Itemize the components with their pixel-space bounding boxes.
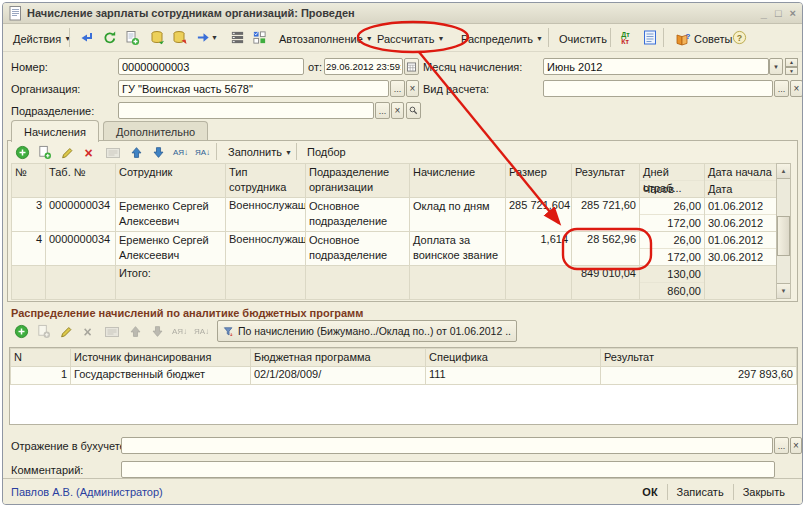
cell-n[interactable]: 1	[11, 367, 71, 385]
cell-result[interactable]: 285 721,60	[572, 198, 640, 232]
accruals-scrollbar[interactable]: ▲ ▼	[776, 163, 791, 299]
distribute-button[interactable]: Распределить ▼	[455, 27, 549, 50]
department-select-button[interactable]: ...	[375, 102, 390, 119]
add-row-button[interactable]	[12, 142, 33, 163]
sort-ascending-button[interactable]: АЯ↓	[170, 142, 191, 163]
sort-ascending-button[interactable]: АЯ↓	[169, 321, 190, 342]
help-button[interactable]: ?	[729, 27, 750, 48]
calc-kind-field[interactable]	[543, 80, 773, 97]
cell-size[interactable]: 285 721,604	[506, 198, 572, 232]
copy-row-button[interactable]	[34, 142, 55, 163]
spinner-down-icon[interactable]: ▼	[785, 67, 798, 76]
post-document-button[interactable]	[147, 27, 168, 48]
cell-employee[interactable]: Еременко Сергей Алексеевич	[116, 232, 226, 266]
ok-button[interactable]: ОК	[633, 479, 666, 504]
pick-button[interactable]: Подбор	[301, 141, 352, 163]
department-search-button[interactable]	[406, 102, 421, 119]
date-field[interactable]	[324, 58, 403, 75]
add-row-button[interactable]	[11, 321, 32, 342]
clear-button[interactable]: Очистить	[553, 27, 613, 50]
comment-field[interactable]	[121, 461, 775, 478]
edit-row-button[interactable]	[56, 142, 77, 163]
maximize-icon[interactable]: □	[775, 7, 782, 19]
calendar-button[interactable]	[404, 58, 419, 75]
accounting-clear-button[interactable]: ×	[790, 437, 802, 454]
month-dropdown-button[interactable]: ▼	[769, 58, 783, 75]
fill-button[interactable]: Заполнить ▼	[222, 141, 298, 163]
move-up-button[interactable]	[125, 321, 146, 342]
scroll-down-icon[interactable]: ▼	[777, 283, 790, 298]
cell-emp-type[interactable]: Военнослужащ...	[226, 232, 306, 266]
sort-descending-button[interactable]: ЯА↓	[192, 142, 213, 163]
department-field[interactable]	[118, 102, 374, 119]
table-row[interactable]: 1 Государственный бюджет 02/1/208/009/ 1…	[11, 367, 797, 385]
cell-source[interactable]: Государственный бюджет	[71, 367, 251, 385]
calculate-button[interactable]: Рассчитать ▼	[371, 27, 450, 50]
delete-row-button[interactable]: ×	[78, 142, 99, 163]
cell-tab-no[interactable]: 0000000034	[46, 198, 116, 232]
copy-button[interactable]	[121, 27, 142, 48]
month-spinner[interactable]: ▲ ▼	[785, 58, 798, 75]
delete-row-button[interactable]: ×	[77, 321, 98, 342]
cell-org-dept[interactable]: Основное подразделение	[306, 198, 410, 232]
minimize-icon[interactable]: _	[761, 7, 767, 19]
number-field[interactable]	[118, 58, 304, 75]
tab-additional[interactable]: Дополнительно	[103, 121, 208, 141]
distribution-filter-button[interactable]: По начислению (Бижумано../Оклад по..) от…	[217, 320, 517, 342]
cell-accrual[interactable]: Доплата за воинское звание	[410, 232, 506, 266]
save-button[interactable]	[75, 27, 96, 48]
edit-row-button[interactable]	[55, 321, 76, 342]
cell-org-dept[interactable]: Основное подразделение	[306, 232, 410, 266]
cell-size[interactable]: 1,614	[506, 232, 572, 266]
unpost-document-button[interactable]	[169, 27, 190, 48]
move-up-button[interactable]	[126, 142, 147, 163]
calc-kind-clear-button[interactable]: ×	[790, 80, 803, 97]
autofill-button[interactable]: Автозаполнение ▼	[273, 27, 379, 50]
dt-kt-button[interactable]: ДтКт	[615, 27, 636, 48]
scrollbar-thumb[interactable]	[777, 216, 790, 256]
actions-button[interactable]: Действия ▼	[7, 27, 77, 50]
move-down-button[interactable]	[147, 321, 168, 342]
organization-field[interactable]	[118, 80, 389, 97]
cell-employee[interactable]: Еременко Сергей Алексеевич	[116, 198, 226, 232]
cell-emp-type[interactable]: Военнослужащ...	[226, 198, 306, 232]
cell-dates[interactable]: 01.06.2012 30.06.2012	[705, 198, 777, 232]
cell-tab-no[interactable]: 0000000034	[46, 232, 116, 266]
month-field[interactable]	[543, 58, 769, 75]
cell-days-hours[interactable]: 26,00 172,00	[640, 198, 705, 232]
department-clear-button[interactable]: ×	[391, 102, 404, 119]
cell-result-highlighted[interactable]: 28 562,96	[572, 232, 640, 266]
copy-row-button[interactable]	[33, 321, 54, 342]
calc-kind-select-button[interactable]: ...	[774, 80, 789, 97]
close-button[interactable]: Закрыть	[734, 479, 794, 504]
organization-clear-button[interactable]: ×	[406, 80, 419, 97]
cell-program[interactable]: 02/1/208/009/	[251, 367, 426, 385]
save-button[interactable]: Записать	[668, 479, 733, 504]
document-register-button[interactable]	[639, 27, 660, 48]
accounting-field[interactable]	[121, 437, 773, 454]
list-filter-button[interactable]	[249, 27, 270, 48]
end-edit-button[interactable]	[102, 142, 123, 163]
scroll-up-icon[interactable]: ▲	[777, 164, 790, 179]
cell-num[interactable]: 4	[12, 232, 46, 266]
move-down-button[interactable]	[148, 142, 169, 163]
table-row[interactable]: 4 0000000034 Еременко Сергей Алексеевич …	[12, 232, 777, 266]
table-row[interactable]: 3 0000000034 Еременко Сергей Алексеевич …	[12, 198, 777, 232]
organization-select-button[interactable]: ...	[390, 80, 405, 97]
sort-descending-button[interactable]: ЯА↓	[191, 321, 212, 342]
cell-days-hours[interactable]: 26,00 172,00	[640, 232, 705, 266]
cell-num[interactable]: 3	[12, 198, 46, 232]
cell-spec[interactable]: 111	[426, 367, 601, 385]
accounting-select-button[interactable]: ...	[774, 437, 789, 454]
refresh-button[interactable]	[99, 27, 120, 48]
go-to-button[interactable]: ▼	[193, 27, 221, 48]
filter-funnel-icon	[223, 325, 234, 338]
cell-accrual[interactable]: Оклад по дням	[410, 198, 506, 232]
list-settings-button[interactable]	[227, 27, 248, 48]
cell-dates[interactable]: 01.06.2012 30.06.2012	[705, 232, 777, 266]
end-edit-button[interactable]	[101, 321, 122, 342]
tab-accruals[interactable]: Начисления	[11, 120, 99, 142]
spinner-up-icon[interactable]: ▲	[785, 58, 798, 67]
cell-result[interactable]: 297 893,60	[601, 367, 797, 385]
close-icon[interactable]: ×	[790, 7, 796, 19]
